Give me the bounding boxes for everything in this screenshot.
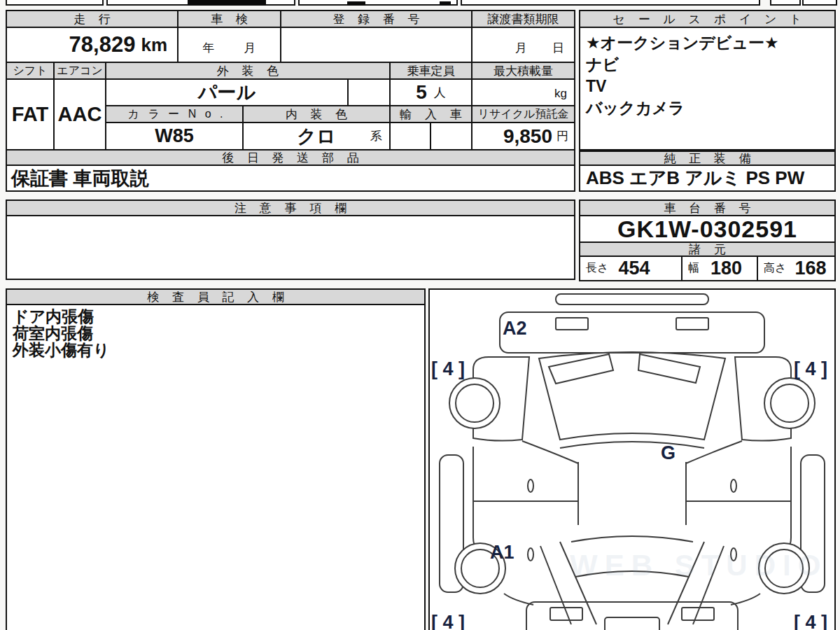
shaken-value-cell: 年 月	[177, 27, 281, 63]
damage-mark-a2: A2	[503, 318, 527, 339]
capacity-value-cell: 5 人	[389, 78, 472, 106]
recycle-deposit-value: 9,850	[503, 125, 552, 148]
import-car-value-cell	[389, 122, 431, 150]
rear-glass-top	[571, 536, 693, 542]
genuine-equipment-value: ABS エアB アルミ PS PW	[579, 164, 836, 192]
inspector-note-line: ドア内張傷	[13, 308, 419, 325]
tire-tread-front-right: [ 4 ]	[794, 358, 827, 379]
sales-point-item: ナビ	[586, 54, 829, 76]
genuine-equipment-header: 純 正 装 備	[579, 150, 836, 166]
cowl-line	[560, 442, 704, 448]
door-handle-front-right	[731, 479, 736, 492]
watermark: WEB STUDIO PRO	[570, 549, 836, 582]
spec-width-cell: 幅 180	[681, 255, 758, 281]
tire-tread-rear-right: [ 4 ]	[794, 612, 827, 630]
door-handle-front-left	[528, 479, 533, 492]
spec-width-label: 幅	[688, 261, 699, 276]
tire-tread-rear-left: [ 4 ]	[431, 612, 465, 630]
mileage-value-cell: 78,829 km	[6, 27, 178, 63]
recycle-deposit-value-cell: 9,850 円	[471, 122, 575, 150]
top-clipped-text-fragment	[188, 0, 266, 6]
rear-quarter-left-lower	[504, 594, 533, 605]
exterior-color-value: パール	[105, 78, 349, 106]
transfer-docs-deadline-header: 譲渡書類期限	[471, 10, 575, 28]
max-load-unit: kg	[554, 87, 567, 101]
notes-body	[6, 215, 575, 280]
rear-bumper	[526, 602, 738, 630]
top-clipped-row-segment	[6, 0, 104, 6]
shaken-header: 車 検	[177, 10, 281, 28]
mileage-header: 走 行	[6, 10, 178, 28]
top-clipped-row-segment	[298, 0, 458, 6]
specs-header: 諸 元	[579, 241, 836, 257]
rear-light-left	[550, 608, 582, 620]
headlight-left	[556, 318, 588, 330]
inspector-notes-header: 検 査 員 記 入 欄	[6, 288, 426, 305]
interior-color-suffix: 系	[370, 128, 382, 144]
import-car-value-cell-2	[430, 122, 472, 150]
damage-mark-g: G	[661, 442, 676, 463]
rear-quarter-right-lower	[731, 594, 760, 605]
spec-height-label: 高さ	[764, 261, 786, 276]
mileage-unit: km	[141, 34, 167, 56]
auction-sheet: 走 行 車 検 登 録 番 号 譲渡書類期限 78,829 km 年 月 月 日…	[0, 0, 840, 630]
inspector-note-line: 荷室内張傷	[13, 325, 419, 342]
top-clipped-text-fragment	[347, 1, 365, 6]
inspector-notes-body: ドア内張傷 荷室内張傷 外装小傷有り	[6, 304, 426, 630]
sales-points-body: ★オークションデビュー★ ナビ TV バックカメラ	[579, 27, 836, 150]
spec-length-value: 454	[618, 258, 650, 279]
top-clipped-text-fragment	[440, 1, 451, 5]
windshield	[539, 352, 725, 440]
recycle-deposit-unit: 円	[556, 128, 568, 144]
capacity-value: 5	[416, 81, 427, 104]
a-pillar-right	[686, 441, 742, 463]
rear-light-right	[682, 608, 714, 620]
wheel-front-right-inner	[771, 384, 808, 422]
transfer-day-label: 日	[552, 40, 564, 56]
capacity-unit: 人	[434, 85, 446, 101]
sales-point-item: バックカメラ	[586, 97, 829, 119]
shaken-month-label: 月	[244, 40, 256, 56]
transfer-docs-value-cell: 月 日	[471, 27, 575, 63]
chassis-number-header: 車 台 番 号	[579, 200, 836, 216]
car-diagram-box: WEB STUDIO PRO	[428, 288, 836, 630]
shaken-year-label: 年	[203, 40, 215, 56]
recycle-deposit-header: リサイクル預託金	[471, 105, 575, 123]
tire-tread-front-left: [ 4 ]	[431, 358, 465, 379]
color-number-header: カ ラ ー N o .	[105, 105, 244, 123]
wiper-left	[549, 354, 613, 384]
registration-number-value-cell	[280, 27, 472, 63]
sales-points-header: セ ー ル ス ポ イ ン ト	[579, 10, 836, 28]
color-number-value: W85	[105, 122, 244, 150]
shift-header: シフト	[6, 62, 55, 80]
wiper-right	[638, 354, 700, 383]
interior-color-value: クロ	[297, 124, 335, 149]
spec-length-cell: 長さ 454	[579, 255, 682, 281]
a-pillar-left	[522, 441, 578, 463]
max-load-value-cell: kg	[471, 78, 575, 106]
top-clipped-row-segment	[770, 0, 801, 6]
inspector-note-line: 外装小傷有り	[13, 342, 419, 358]
damage-mark-a1: A1	[490, 542, 514, 563]
sales-point-item: ★オークションデビュー★	[586, 32, 829, 54]
top-clipped-row-segment	[461, 0, 760, 6]
mileage-value: 78,829	[69, 32, 136, 57]
chassis-number-value: GK1W-0302591	[579, 215, 836, 243]
headlight-right	[676, 318, 708, 330]
shift-value: FAT	[6, 78, 55, 150]
exterior-color-header: 外 装 色	[105, 62, 391, 80]
import-car-header: 輸 入 車	[389, 105, 472, 123]
interior-color-value-cell: クロ 系	[242, 122, 391, 150]
exterior-color-empty-cell	[347, 78, 391, 106]
sales-point-item: TV	[586, 76, 829, 97]
license-plate	[605, 617, 659, 630]
door-handle-rear-left	[528, 548, 533, 561]
aircon-value: AAC	[53, 78, 106, 150]
later-shipped-parts-header: 後 日 発 送 部 品	[6, 149, 575, 166]
max-load-header: 最大積載量	[471, 62, 575, 80]
later-shipped-parts-value: 保証書 車両取説	[6, 164, 575, 192]
transfer-month-label: 月	[515, 40, 527, 56]
registration-number-header: 登 録 番 号	[280, 10, 472, 28]
front-bumper	[500, 312, 764, 353]
capacity-header: 乗車定員	[389, 62, 472, 80]
